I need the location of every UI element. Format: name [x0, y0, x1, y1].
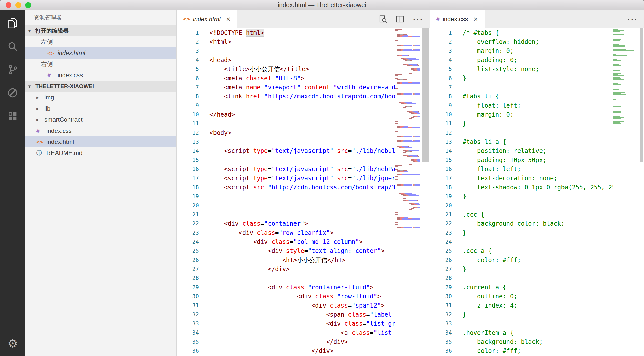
code-line[interactable]: 7 <meta name="viewport" content="width=d… — [177, 83, 395, 92]
open-editor-index.html[interactable]: <>index.html — [25, 47, 176, 59]
zoom-button[interactable] — [25, 2, 31, 8]
code-line[interactable]: 28 — [177, 274, 395, 283]
open-editors-header[interactable]: ▾ 打开的编辑器 — [25, 25, 176, 36]
tree-item-img[interactable]: ▸img — [25, 92, 176, 103]
code-line[interactable]: 33 — [430, 319, 613, 328]
code-line[interactable]: 8 <link href="https://maxcdn.bootstrapcd… — [177, 92, 395, 101]
scrollbar-thumb[interactable] — [640, 28, 643, 162]
explorer-icon[interactable] — [7, 17, 19, 29]
code-line[interactable]: 19 — [177, 192, 395, 201]
code-line[interactable]: 10</head> — [177, 110, 395, 119]
code-line[interactable]: 6} — [430, 74, 613, 83]
code-line[interactable]: 32 <span class="label — [177, 310, 395, 319]
code-line[interactable]: 9 float: left; — [430, 101, 613, 110]
code-line[interactable]: 11 — [177, 119, 395, 128]
code-editor-css[interactable]: 1/* #tabs {2 overflow: hidden;3 margin: … — [430, 28, 613, 356]
search-icon[interactable] — [7, 40, 19, 53]
tree-item-smartContract[interactable]: ▸smartContract — [25, 114, 176, 125]
code-line[interactable]: 35 </div> — [177, 337, 395, 346]
code-line[interactable]: 15 padding: 10px 50px; — [430, 156, 613, 165]
extensions-icon[interactable] — [7, 110, 19, 122]
more-actions-icon[interactable]: ⋯ — [412, 14, 423, 24]
code-line[interactable]: 18 text-shadow: 0 1px 0 rgba(255, 255, 2… — [430, 183, 613, 192]
code-line[interactable]: 2<html> — [177, 37, 395, 46]
debug-icon[interactable] — [7, 87, 19, 99]
code-line[interactable]: 2 overflow: hidden; — [430, 37, 613, 46]
code-line[interactable]: 11} — [430, 119, 613, 128]
code-line[interactable]: 28 — [430, 274, 613, 283]
code-line[interactable]: 36 </div> — [177, 346, 395, 355]
code-line[interactable]: 34.hoverItem a { — [430, 328, 613, 337]
code-line[interactable]: 1/* #tabs { — [430, 28, 613, 37]
code-line[interactable]: 31 <div class="span12"> — [177, 301, 395, 310]
code-line[interactable]: 14 <script type="text/javascript" src=".… — [177, 146, 395, 156]
code-line[interactable]: 23} — [430, 228, 613, 237]
code-line[interactable]: 12 — [430, 128, 613, 137]
code-line[interactable]: 26 color: #fff; — [430, 256, 613, 265]
code-line[interactable]: 30 outline: 0; — [430, 292, 613, 301]
code-line[interactable]: 9 — [177, 101, 395, 110]
code-line[interactable]: 19} — [430, 192, 613, 201]
code-line[interactable]: 35 background: black; — [430, 337, 613, 346]
code-line[interactable]: 29.current a { — [430, 283, 613, 292]
minimize-button[interactable] — [15, 2, 21, 8]
code-line[interactable]: 31 z-index: 4; — [430, 301, 613, 310]
code-line[interactable]: 5 list-style: none; — [430, 65, 613, 74]
code-line[interactable]: 4<head> — [177, 56, 395, 65]
split-editor-icon[interactable] — [395, 14, 405, 24]
code-line[interactable]: 13#tabs li a { — [430, 137, 613, 146]
minimap[interactable] — [613, 28, 639, 356]
code-line[interactable]: 25 <div style="text-align: center"> — [177, 246, 395, 256]
code-line[interactable]: 22 background-color: black; — [430, 219, 613, 228]
code-line[interactable]: 21.ccc { — [430, 210, 613, 219]
code-line[interactable]: 1<!DOCTYPE html> — [177, 28, 395, 37]
settings-gear-icon[interactable]: ⚙ — [7, 337, 19, 349]
code-line[interactable]: 21 — [177, 210, 395, 219]
open-editor-index.css[interactable]: #index.css — [25, 70, 176, 81]
code-line[interactable]: 33 <div class="list-gr — [177, 319, 395, 328]
code-line[interactable]: 27 </div> — [177, 265, 395, 274]
code-line[interactable]: 17 text-decoration: none; — [430, 174, 613, 183]
close-button[interactable] — [6, 2, 11, 8]
code-line[interactable]: 6 <meta charset="UTF-8"> — [177, 74, 395, 83]
source-control-icon[interactable] — [7, 64, 19, 76]
close-tab-icon[interactable]: × — [226, 15, 231, 23]
code-line[interactable]: 30 <div class="row-fluid"> — [177, 292, 395, 301]
code-line[interactable]: 14 position: relative; — [430, 146, 613, 156]
code-line[interactable]: 36 color: #fff; — [430, 346, 613, 355]
code-line[interactable]: 34 <a class="list- — [177, 328, 395, 337]
code-line[interactable]: 24 — [430, 237, 613, 246]
code-line[interactable]: 20 — [430, 201, 613, 210]
code-line[interactable]: 3 — [177, 46, 395, 56]
code-line[interactable]: 23 <div class="row clearfix"> — [177, 228, 395, 237]
code-line[interactable]: 3 margin: 0; — [430, 46, 613, 56]
tree-item-lib[interactable]: ▸lib — [25, 103, 176, 114]
code-line[interactable]: 13 — [177, 137, 395, 146]
tree-item-index.css[interactable]: #index.css — [25, 125, 176, 136]
more-actions-icon[interactable]: ⋯ — [627, 14, 637, 24]
code-line[interactable]: 4 padding: 0; — [430, 56, 613, 65]
code-line[interactable]: 25.ccc a { — [430, 246, 613, 256]
scrollbar-thumb[interactable] — [422, 28, 429, 162]
code-line[interactable]: 27} — [430, 265, 613, 274]
tree-item-README.md[interactable]: ⓘREADME.md — [25, 147, 176, 159]
code-line[interactable]: 16 <script type="text/javascript" src=".… — [177, 165, 395, 174]
code-line[interactable]: 15 — [177, 156, 395, 165]
code-line[interactable]: 20 — [177, 201, 395, 210]
workspace-header[interactable]: ▾ THELETTER-XIAOWEI — [25, 81, 176, 92]
code-line[interactable]: 24 <div class="col-md-12 column"> — [177, 237, 395, 246]
code-line[interactable]: 5 <title>小小公开信</title> — [177, 65, 395, 74]
code-line[interactable]: 10 margin: 0; — [430, 110, 613, 119]
code-line[interactable]: 7 — [430, 83, 613, 92]
code-editor-html[interactable]: 1<!DOCTYPE html>2<html>34<head>5 <title>… — [177, 28, 395, 356]
tab-index-css[interactable]: # index.css × — [430, 10, 485, 28]
code-line[interactable]: 17 <script type="text/javascript" src=".… — [177, 174, 395, 183]
code-line[interactable]: 16 float: left; — [430, 165, 613, 174]
open-preview-icon[interactable] — [378, 14, 388, 24]
tree-item-index.html[interactable]: <>index.html — [25, 136, 176, 147]
code-line[interactable]: 26 <h1>小小公开信</h1> — [177, 256, 395, 265]
code-line[interactable]: 12<body> — [177, 128, 395, 137]
code-line[interactable]: 18 <script src="http://cdn.bootcss.com/b… — [177, 183, 395, 192]
code-line[interactable]: 32} — [430, 310, 613, 319]
code-line[interactable]: 8#tabs li { — [430, 92, 613, 101]
